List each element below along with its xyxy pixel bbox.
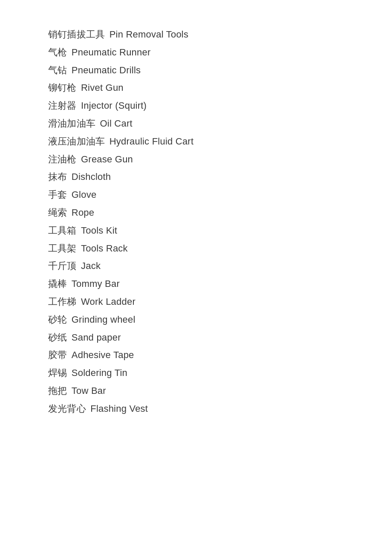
- item-chinese: 注油枪: [48, 154, 77, 165]
- item-english: Tommy Bar: [69, 278, 120, 289]
- list-item: 撬棒 Tommy Bar: [48, 275, 344, 293]
- item-english: Rivet Gun: [78, 82, 124, 93]
- item-chinese: 滑油加油车: [48, 118, 95, 129]
- item-chinese: 工具架: [48, 243, 77, 254]
- list-item: 拖把 Tow Bar: [48, 382, 344, 400]
- list-item: 工具架 Tools Rack: [48, 240, 344, 257]
- item-english: Glove: [69, 189, 96, 200]
- item-english: Soldering Tin: [69, 367, 127, 378]
- item-english: Jack: [78, 260, 101, 271]
- item-english: Tow Bar: [69, 385, 106, 396]
- item-chinese: 焊锡: [48, 367, 67, 378]
- item-chinese: 砂轮: [48, 314, 67, 325]
- list-item: 气枪 Pneumatic Runner: [48, 43, 344, 61]
- item-english: Dishcloth: [69, 171, 111, 182]
- list-item: 千斤顶 Jack: [48, 257, 344, 275]
- item-english: Pin Removal Tools: [107, 29, 188, 40]
- item-chinese: 销钉插拔工具: [48, 29, 105, 40]
- item-english: Hydraulic Fluid Cart: [107, 136, 193, 147]
- item-chinese: 胶带: [48, 350, 67, 360]
- item-chinese: 气钻: [48, 65, 67, 75]
- item-chinese: 气枪: [48, 47, 67, 58]
- item-chinese: 注射器: [48, 100, 77, 111]
- list-item: 注油枪 Grease Gun: [48, 150, 344, 168]
- list-item: 砂纸 Sand paper: [48, 329, 344, 347]
- item-chinese: 撬棒: [48, 278, 67, 289]
- list-item: 气钻 Pneumatic Drills: [48, 61, 344, 79]
- list-item: 铆钉枪 Rivet Gun: [48, 79, 344, 97]
- item-chinese: 砂纸: [48, 332, 67, 343]
- item-english: Rope: [69, 207, 94, 218]
- item-chinese: 手套: [48, 189, 67, 200]
- item-chinese: 拖把: [48, 385, 67, 396]
- item-english: Pneumatic Drills: [69, 65, 141, 75]
- item-english: Oil Cart: [97, 118, 133, 129]
- item-english: Tools Kit: [78, 225, 117, 236]
- list-item: 抹布 Dishcloth: [48, 168, 344, 186]
- list-item: 工作梯 Work Ladder: [48, 293, 344, 311]
- list-item: 销钉插拔工具 Pin Removal Tools: [48, 26, 344, 43]
- list-item: 胶带 Adhesive Tape: [48, 346, 344, 364]
- item-chinese: 发光背心: [48, 403, 86, 414]
- item-chinese: 铆钉枪: [48, 82, 77, 93]
- list-item: 注射器 Injector (Squirt): [48, 97, 344, 115]
- list-item: 绳索 Rope: [48, 204, 344, 222]
- item-english: Grinding wheel: [69, 314, 135, 325]
- item-chinese: 绳索: [48, 207, 67, 218]
- item-chinese: 抹布: [48, 171, 67, 182]
- list-item: 手套 Glove: [48, 186, 344, 204]
- item-chinese: 液压油加油车: [48, 136, 105, 147]
- item-english: Flashing Vest: [88, 403, 148, 414]
- item-chinese: 工具箱: [48, 225, 77, 236]
- item-english: Adhesive Tape: [69, 350, 134, 360]
- item-english: Sand paper: [69, 332, 121, 343]
- item-chinese: 工作梯: [48, 296, 77, 307]
- item-english: Pneumatic Runner: [69, 47, 150, 58]
- item-chinese: 千斤顶: [48, 260, 77, 271]
- tools-list: 销钉插拔工具 Pin Removal Tools气枪 Pneumatic Run…: [48, 26, 344, 418]
- list-item: 砂轮 Grinding wheel: [48, 311, 344, 329]
- item-english: Grease Gun: [78, 154, 133, 165]
- item-english: Work Ladder: [78, 296, 135, 307]
- list-item: 焊锡 Soldering Tin: [48, 364, 344, 382]
- list-item: 滑油加油车 Oil Cart: [48, 115, 344, 133]
- item-english: Tools Rack: [78, 243, 128, 254]
- list-item: 发光背心 Flashing Vest: [48, 400, 344, 418]
- list-item: 工具箱 Tools Kit: [48, 222, 344, 240]
- list-item: 液压油加油车 Hydraulic Fluid Cart: [48, 133, 344, 150]
- item-english: Injector (Squirt): [78, 100, 147, 111]
